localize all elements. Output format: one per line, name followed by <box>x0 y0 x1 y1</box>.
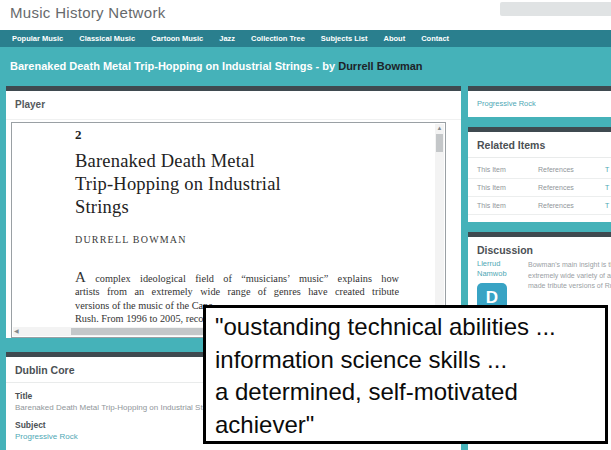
viewer-vertical-scroll-thumb[interactable] <box>436 134 443 152</box>
nav-item-collection-tree[interactable]: Collection Tree <box>251 34 305 43</box>
document-author: DURRELL BOWMAN <box>75 234 431 245</box>
item-page-title: Barenaked Death Metal Trip-Hopping on In… <box>10 60 423 72</box>
table-row: This Item References T <box>468 161 611 179</box>
player-panel-title: Player <box>6 91 461 120</box>
subject-tag-panel: Progressive Rock <box>468 86 611 117</box>
player-panel: Player 2 Barenaked Death Metal Trip-Hopp… <box>6 86 461 338</box>
nav-item-popular-music[interactable]: Popular Music <box>12 34 63 43</box>
nav-item-cartoon-music[interactable]: Cartoon Music <box>151 34 203 43</box>
search-input[interactable] <box>500 2 611 16</box>
nav-item-subjects-list[interactable]: Subjects List <box>321 34 368 43</box>
related-this-item-cell: This Item <box>477 184 506 191</box>
related-target-link[interactable]: T <box>605 202 609 209</box>
document-title: Barenaked Death Metal Trip-Hopping on In… <box>75 150 431 219</box>
commenter-name-link[interactable]: Llerrud Namwob <box>477 259 507 279</box>
item-title-author: Durrell Bowman <box>338 60 422 72</box>
scroll-up-icon[interactable]: ▲ <box>435 124 444 132</box>
document-page-number: 2 <box>75 127 431 143</box>
nav-item-contact[interactable]: Contact <box>421 34 449 43</box>
divider <box>468 157 611 158</box>
nav-item-about[interactable]: About <box>384 34 406 43</box>
related-this-item-cell: This Item <box>477 166 506 173</box>
related-references-cell: References <box>538 166 574 173</box>
nav-item-jazz[interactable]: Jazz <box>219 34 235 43</box>
subject-tag-link[interactable]: Progressive Rock <box>468 91 545 116</box>
nav-item-classical-music[interactable]: Classical Music <box>79 34 135 43</box>
discussion-comment: Bowman's main insight is th extremely wi… <box>528 260 611 292</box>
scroll-left-icon[interactable]: ◀ <box>14 327 19 336</box>
page: Music History Network Popular Music Clas… <box>0 0 611 450</box>
site-header: Music History Network <box>0 0 611 30</box>
table-row: This Item References T <box>468 197 611 215</box>
related-this-item-cell: This Item <box>477 202 506 209</box>
item-title-text: Barenaked Death Metal Trip-Hopping on In… <box>10 60 338 72</box>
site-title: Music History Network <box>10 4 166 21</box>
related-items-table: This Item References T This Item Referen… <box>468 161 611 215</box>
quote-overlay-box: "oustanding technical abilities ... info… <box>203 305 608 444</box>
related-target-link[interactable]: T <box>605 184 609 191</box>
table-row: This Item References T <box>468 179 611 197</box>
document-page: 2 Barenaked Death Metal Trip-Hopping on … <box>12 123 431 327</box>
related-target-link[interactable]: T <box>605 166 609 173</box>
main-nav: Popular Music Classical Music Cartoon Mu… <box>0 30 611 47</box>
related-references-cell: References <box>538 184 574 191</box>
viewer-horizontal-scroll-thumb[interactable] <box>71 328 209 335</box>
related-references-cell: References <box>538 202 574 209</box>
related-items-title: Related Items <box>468 132 611 157</box>
related-items-panel: Related Items This Item References T Thi… <box>468 127 611 222</box>
